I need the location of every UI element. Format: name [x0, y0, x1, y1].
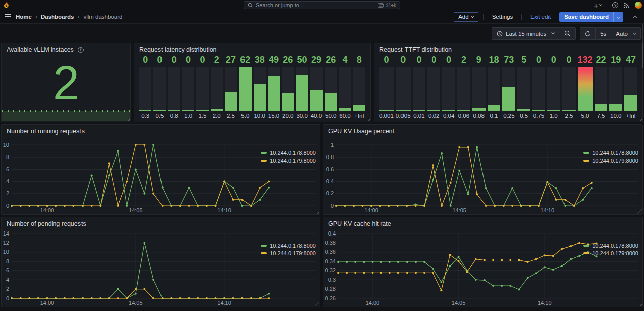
svg-text:14:10: 14:10: [538, 300, 552, 306]
legend-item[interactable]: 10.244.0.179:8000: [261, 250, 316, 256]
gauge-fill: [595, 104, 608, 111]
gauge-bucket-label: 60.0: [339, 111, 351, 119]
gauge-track: [609, 67, 622, 111]
legend-item[interactable]: 10.244.0.178:8000: [583, 150, 638, 156]
gauge-bar: 2940.0: [310, 55, 323, 119]
gauge-track: [562, 67, 576, 111]
panel-gpu-kv-usage: GPU KV Usage percent 10.80.60.40.2014:00…: [323, 124, 643, 215]
add-menu-button[interactable]: +: [594, 1, 602, 10]
gauge-fill: [442, 110, 455, 111]
help-icon[interactable]: ?: [612, 2, 618, 8]
gauge-fill: [578, 67, 593, 111]
legend-item[interactable]: 10.244.0.178:8000: [261, 150, 316, 156]
gauge-track: [413, 67, 426, 111]
gauge-bar: 4915.0: [268, 55, 280, 119]
chevron-up-icon[interactable]: [633, 15, 637, 19]
panel-title[interactable]: Available vLLM instaces i: [7, 46, 84, 53]
panel-title[interactable]: Number of pending requests: [7, 220, 86, 227]
svg-text:10: 10: [3, 142, 9, 148]
gauge-bucket-label: 0.01: [413, 111, 426, 119]
legend-item[interactable]: 10.244.0.179:8000: [583, 250, 638, 256]
chevron-down-icon: [471, 14, 474, 18]
gauge-bucket-label: 0.75: [532, 111, 545, 119]
gauge-bucket-label: 0.3: [139, 111, 151, 119]
panel-title[interactable]: GPU KV Usage percent: [328, 128, 394, 135]
panel-title[interactable]: Request latency distribution: [139, 46, 217, 53]
breadcrumb-dashboards[interactable]: Dashboards: [41, 14, 74, 20]
gauge-track: [254, 67, 266, 111]
news-rss-icon[interactable]: [623, 2, 630, 9]
scrollbar-thumb[interactable]: [642, 24, 643, 68]
gauge-fill: [609, 104, 622, 111]
gauge-bar: 02.5: [562, 55, 576, 119]
legend-series-label: 10.244.0.179:8000: [592, 250, 638, 256]
exit-edit-button[interactable]: Exit edit: [526, 12, 555, 22]
time-range-picker[interactable]: Last 15 minutes: [492, 27, 559, 40]
gauge-fill: [353, 105, 365, 111]
breadcrumb-home[interactable]: Home: [16, 14, 32, 20]
gauge-bar: 2620.0: [282, 55, 294, 119]
gauge-fill: [268, 76, 280, 111]
gauge-track: [442, 67, 455, 111]
gauge-track: [310, 67, 323, 111]
info-icon[interactable]: i: [78, 47, 84, 53]
gauge-value: 73: [502, 55, 515, 65]
legend-series-label: 10.244.0.178:8000: [270, 243, 316, 249]
save-dashboard-button[interactable]: Save dashboard: [559, 12, 623, 22]
bar-gauge: 00.300.500.801.001.522.0272.5625.03810.0…: [139, 55, 365, 119]
panel-title[interactable]: GPU KV cache hit rate: [328, 220, 391, 227]
resize-handle[interactable]: [365, 117, 370, 121]
gauge-bucket-label: +Inf: [353, 111, 365, 119]
panel-title[interactable]: Number of running requests: [7, 128, 85, 135]
svg-text:0.28: 0.28: [325, 286, 336, 292]
gauge-fill: [182, 110, 194, 111]
refresh-button[interactable]: [580, 27, 596, 40]
legend-item[interactable]: 10.244.0.178:8000: [261, 243, 316, 249]
user-avatar[interactable]: [635, 2, 642, 9]
grafana-logo-icon[interactable]: [3, 2, 10, 9]
menu-icon[interactable]: [5, 14, 11, 20]
timeseries-chart: 10.80.60.40.2014:0014:0514:1010.244.0.17…: [323, 137, 642, 214]
search-input[interactable]: Search or jump to... ⌘+k: [244, 1, 400, 9]
gauge-bar: 3810.0: [254, 55, 266, 119]
gauge-fill: [472, 108, 486, 111]
breadcrumb-separator: ›: [77, 13, 79, 20]
settings-button[interactable]: Settings: [488, 12, 517, 22]
gauge-value: 0: [547, 55, 560, 65]
gauge-fill: [225, 92, 237, 111]
gauge-bucket-label: 0.001: [379, 111, 394, 119]
legend-series-marker: [583, 252, 589, 254]
nav-bar: Home › Dashboards › vllm dashboard Add S…: [0, 10, 644, 24]
gauge-bar: 1325.0: [578, 55, 593, 119]
panel-title[interactable]: Request TTFT distribution: [379, 46, 452, 53]
gauge-bucket-label: +Inf: [624, 111, 637, 119]
gauge-bucket-label: 2.0: [211, 111, 223, 119]
gauge-value: 0: [153, 55, 166, 65]
resize-handle[interactable]: [637, 117, 642, 121]
legend-series-label: 10.244.0.178:8000: [270, 150, 316, 156]
legend: 10.244.0.178:800010.244.0.179:8000: [261, 243, 316, 256]
legend-item[interactable]: 10.244.0.178:8000: [583, 243, 638, 249]
gauge-bucket-label: 10.0: [609, 111, 622, 119]
zoom-out-button[interactable]: [559, 27, 576, 40]
svg-text:8: 8: [6, 258, 9, 264]
svg-text:12: 12: [3, 240, 9, 246]
gauge-fill: [396, 110, 411, 111]
gauge-track: [239, 67, 251, 111]
legend-item[interactable]: 10.244.0.179:8000: [261, 158, 316, 164]
legend-series-label: 10.244.0.179:8000: [270, 250, 316, 256]
legend: 10.244.0.178:800010.244.0.179:8000: [583, 150, 638, 164]
refresh-interval-label[interactable]: 5s: [596, 27, 611, 40]
auto-refresh-select[interactable]: Auto: [611, 27, 641, 40]
search-placeholder: Search or jump to...: [256, 2, 375, 8]
gauge-bucket-label: 2.5: [225, 111, 237, 119]
gauge-value: 18: [488, 55, 501, 65]
gauge-bucket-label: 5.0: [239, 111, 251, 119]
gauge-track: [379, 67, 394, 111]
add-button[interactable]: Add: [454, 12, 478, 22]
gauge-fill: [457, 110, 470, 111]
stat-sparkline: [2, 111, 130, 121]
gauge-bar: 460.0: [339, 55, 351, 119]
gauge-fill: [139, 110, 151, 111]
legend-item[interactable]: 10.244.0.179:8000: [583, 158, 638, 164]
